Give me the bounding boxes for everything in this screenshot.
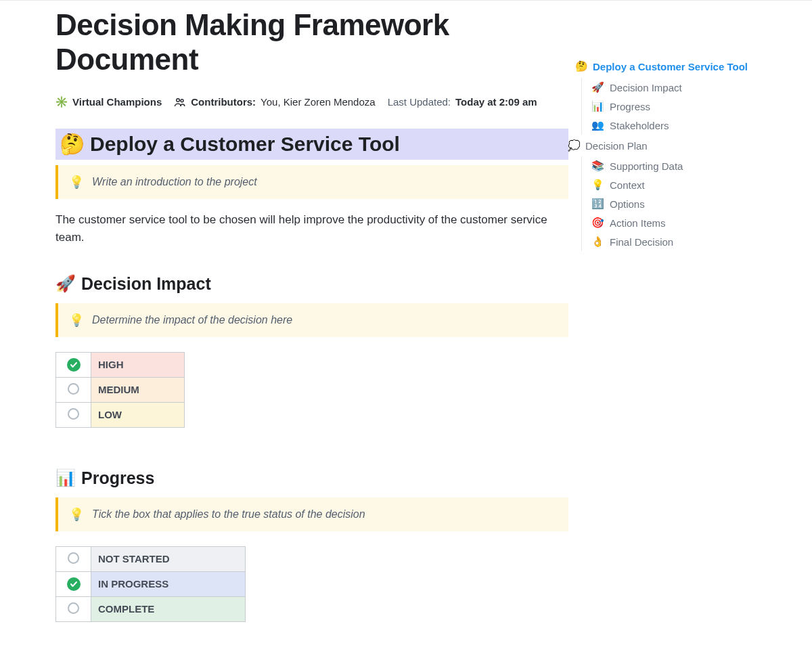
toc-item[interactable]: 🔢Options [582,194,778,213]
contributors-icon [174,96,186,108]
callout-intro[interactable]: 💡 Write an introduction to the project [55,165,568,199]
lightbulb-icon: 💡 [69,175,84,190]
progress-table: NOT STARTEDIN PROGRESSCOMPLETE [55,546,246,622]
option-label-cell: COMPLETE [91,596,246,621]
toc-item-label: Options [610,198,645,210]
option-check-cell[interactable] [56,402,91,427]
option-check-cell[interactable] [56,352,91,377]
toc-root-label: Deploy a Customer Service Tool [593,61,748,72]
toc-item[interactable]: 📚Supporting Data [582,156,778,175]
lightbulb-icon: 💡 [69,313,84,328]
toc-item[interactable]: 📊Progress [582,97,778,116]
option-check-cell[interactable] [56,596,91,621]
option-check-cell[interactable] [56,377,91,402]
updated-label: Last Updated: [388,96,451,108]
toc-item-label: Supporting Data [610,160,683,172]
radio-empty-icon [68,602,79,614]
impact-heading: 🚀 Decision Impact [55,274,568,294]
radio-empty-icon [68,552,79,564]
progress-heading: 📊 Progress [55,468,568,488]
toc-item-label: Progress [610,101,650,112]
contributors-value: You, Kier Zoren Mendoza [261,96,376,108]
toc-item-icon: 🚀 [591,81,604,93]
radio-empty-icon [68,408,79,420]
toc-item[interactable]: 🎯Action Items [582,213,778,232]
thought-bubble-icon: 💭 [568,139,580,152]
toc-item-label: Decision Impact [610,82,682,93]
toc-item-label: Stakeholders [610,120,669,131]
team-icon: ✳️ [55,96,68,108]
callout-intro-text: Write an introduction to the project [92,176,257,188]
option-check-cell[interactable] [56,571,91,596]
meta-row: ✳️ Virtual Champions Contributors: You, … [55,96,568,108]
outline-sidebar: 🤔 Deploy a Customer Service Tool 🚀Decisi… [575,7,778,251]
progress-title: Progress [81,468,154,488]
team-chip[interactable]: ✳️ Virtual Champions [55,96,162,108]
toc-item[interactable]: 👥Stakeholders [582,116,778,135]
thinking-icon: 🤔 [60,134,85,154]
table-row: IN PROGRESS [56,571,246,596]
option-label-cell: IN PROGRESS [91,571,246,596]
callout-progress[interactable]: 💡 Tick the box that applies to the true … [55,497,568,531]
toc-group-label: Decision Plan [585,140,648,152]
toc-root[interactable]: 🤔 Deploy a Customer Service Tool [575,60,778,72]
updated-chip: Last Updated: Today at 2:09 am [388,96,537,108]
check-icon [67,577,81,591]
impact-table: HIGHMEDIUMLOW [55,352,185,428]
toc-item-icon: 📚 [591,160,604,172]
table-row: HIGH [56,352,185,377]
intro-paragraph[interactable]: The customer service tool to be chosen w… [55,211,556,247]
updated-value: Today at 2:09 am [455,96,537,108]
toc-item[interactable]: 💡Context [582,175,778,194]
team-name: Virtual Champions [72,96,162,108]
option-label-cell: NOT STARTED [91,546,246,571]
toc-item-label: Action Items [610,217,666,229]
toc-item-icon: 🔢 [591,198,604,210]
svg-point-0 [177,99,180,102]
toc-item-icon: 💡 [591,179,604,191]
toc-item-icon: 👥 [591,119,604,131]
section-title: Deploy a Customer Service Tool [90,133,400,156]
rocket-icon: 🚀 [55,274,76,293]
callout-impact-text: Determine the impact of the decision her… [92,314,292,326]
section-banner: 🤔 Deploy a Customer Service Tool [55,129,568,160]
table-row: LOW [56,402,185,427]
contributors-label: Contributors: [191,96,256,108]
table-row: NOT STARTED [56,546,246,571]
chart-icon: 📊 [55,468,76,487]
contributors-chip[interactable]: Contributors: You, Kier Zoren Mendoza [174,96,375,108]
toc-item-label: Context [610,179,645,191]
impact-title: Decision Impact [81,274,211,294]
check-icon [67,358,81,372]
option-check-cell[interactable] [56,546,91,571]
toc-group-decision-plan[interactable]: 💭 Decision Plan [568,135,778,156]
toc-item[interactable]: 🚀Decision Impact [582,78,778,97]
callout-progress-text: Tick the box that applies to the true st… [92,508,365,521]
option-label-cell: LOW [91,402,185,427]
table-row: MEDIUM [56,377,185,402]
thinking-icon: 🤔 [575,60,587,72]
table-row: COMPLETE [56,596,246,621]
toc-item-icon: 👌 [591,236,604,248]
toc-item-icon: 📊 [591,100,604,112]
toc-item-label: Final Decision [610,236,673,248]
callout-impact[interactable]: 💡 Determine the impact of the decision h… [55,303,568,337]
lightbulb-icon: 💡 [69,507,84,522]
toc-item[interactable]: 👌Final Decision [582,232,778,251]
page-title: Decision Making Framework Document [55,7,568,77]
option-label-cell: MEDIUM [91,377,185,402]
toc-item-icon: 🎯 [591,217,604,229]
option-label-cell: HIGH [91,352,185,377]
svg-point-1 [181,99,183,102]
radio-empty-icon [68,383,79,395]
